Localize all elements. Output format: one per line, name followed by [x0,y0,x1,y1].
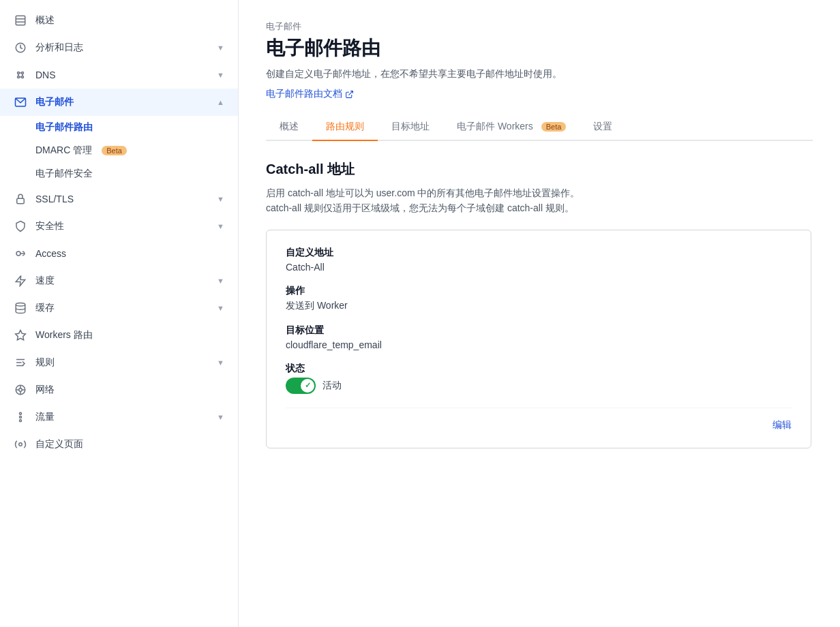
sidebar-item-speed[interactable]: 速度 ▼ [0,267,238,294]
svg-point-21 [19,388,22,392]
svg-point-6 [18,76,20,78]
sidebar-item-rules[interactable]: 规则 ▼ [0,349,238,376]
sidebar-item-workers-routes[interactable]: Workers 路由 [0,322,238,349]
tab-overview[interactable]: 概述 [266,114,312,141]
external-link-icon [345,90,354,99]
sidebar-item-access[interactable]: Access [0,240,238,267]
svg-point-30 [19,443,22,446]
svg-point-14 [16,251,20,256]
status-toggle-row: ✓ 活动 [286,378,792,394]
svg-point-29 [20,420,22,422]
tab-destination[interactable]: 目标地址 [378,114,443,141]
chevron-up-icon: ▲ [217,98,224,106]
section-description: 启用 catch-all 地址可以为 user.com 中的所有其他电子邮件地址… [266,185,813,216]
svg-marker-17 [16,331,26,340]
sidebar-item-traffic[interactable]: 流量 ▼ [0,403,238,431]
analytics-icon [14,41,27,55]
sidebar-item-dns[interactable]: DNS ▼ [0,61,238,89]
sidebar-item-email-security[interactable]: 电子邮件安全 [35,162,238,185]
sidebar-item-ssl[interactable]: SSL/TLS ▼ [0,185,238,213]
chevron-down-icon: ▼ [217,304,224,312]
action-label: 操作 [286,285,792,297]
chevron-down-icon: ▼ [217,358,224,367]
svg-rect-0 [16,16,25,25]
tabs: 概述 路由规则 目标地址 电子邮件 Workers Beta 设置 [266,114,813,141]
edit-button[interactable]: 编辑 [772,419,792,431]
svg-point-16 [16,303,25,307]
destination-label: 目标位置 [286,324,792,337]
chevron-down-icon: ▼ [217,195,224,203]
sidebar-item-email[interactable]: 电子邮件 ▲ [0,89,238,116]
custom-address-label: 自定义地址 [286,247,792,259]
chevron-down-icon: ▼ [217,71,224,79]
card-field-status: 状态 ✓ 活动 [286,363,792,394]
check-icon: ✓ [305,381,311,390]
breadcrumb: 电子邮件 [266,20,813,33]
toggle-knob: ✓ [301,379,314,393]
svg-point-5 [22,72,24,74]
sidebar-email-submenu: 电子邮件路由 DMARC 管理 Beta 电子邮件安全 [0,116,238,185]
status-label: 状态 [286,363,792,375]
sidebar-item-analytics[interactable]: 分析和日志 ▼ [0,34,238,61]
svg-point-27 [20,412,22,414]
doc-link[interactable]: 电子邮件路由文档 [266,88,354,100]
speed-icon [14,274,27,288]
chevron-down-icon: ▼ [217,44,224,52]
card-field-destination: 目标位置 cloudflare_temp_email [286,324,792,350]
traffic-icon [14,410,27,424]
access-icon [14,247,27,260]
cache-icon [14,301,27,315]
sidebar-item-overview[interactable]: 概述 [0,7,238,34]
email-icon [14,95,27,109]
main-content: 电子邮件 电子邮件路由 创建自定义电子邮件地址，在您不希望共享主要电子邮件地址时… [239,0,840,627]
page-title: 电子邮件路由 [266,35,813,61]
workers-beta-badge: Beta [541,122,567,132]
workers-icon [14,328,27,342]
custom-address-value: Catch-All [286,262,792,273]
sidebar-item-security[interactable]: 安全性 ▼ [0,213,238,240]
sidebar-item-cache[interactable]: 缓存 ▼ [0,294,238,322]
catch-all-card: 自定义地址 Catch-All 操作 发送到 Worker 目标位置 cloud… [266,230,811,448]
rules-icon [14,356,27,369]
chevron-down-icon: ▼ [217,222,224,230]
svg-rect-13 [17,198,25,204]
network-icon [14,383,27,397]
tab-settings[interactable]: 设置 [580,114,626,141]
svg-point-4 [18,72,20,74]
tab-workers[interactable]: 电子邮件 Workers Beta [443,114,580,141]
sidebar-item-dmarc[interactable]: DMARC 管理 Beta [35,139,238,162]
chevron-down-icon: ▼ [217,277,224,285]
sidebar: 概述 分析和日志 ▼ DNS ▼ 电子邮件 ▲ [0,0,239,627]
sidebar-item-email-routing[interactable]: 电子邮件路由 [35,116,238,139]
status-value: 活动 [322,380,342,392]
tab-routing-rules[interactable]: 路由规则 [312,114,378,141]
svg-line-31 [348,91,352,95]
shield-icon [14,219,27,233]
svg-point-28 [20,416,22,418]
status-toggle[interactable]: ✓ [286,378,316,394]
card-footer: 编辑 [286,408,792,431]
sidebar-item-network[interactable]: 网络 [0,376,238,403]
card-field-action: 操作 发送到 Worker [286,285,792,312]
card-field-custom-address: 自定义地址 Catch-All [286,247,792,273]
dmarc-beta-badge: Beta [102,146,127,155]
sidebar-item-custom-pages[interactable]: 自定义页面 [0,431,238,458]
destination-value: cloudflare_temp_email [286,339,792,350]
chevron-down-icon: ▼ [217,413,224,421]
section-title: Catch-all 地址 [266,160,813,179]
lock-icon [14,192,27,206]
action-value: 发送到 Worker [286,300,792,312]
page-description: 创建自定义电子邮件地址，在您不希望共享主要电子邮件地址时使用。 [266,67,813,81]
dns-icon [14,68,27,82]
svg-point-7 [22,76,24,78]
custom-pages-icon [14,438,27,451]
document-icon [14,14,27,27]
